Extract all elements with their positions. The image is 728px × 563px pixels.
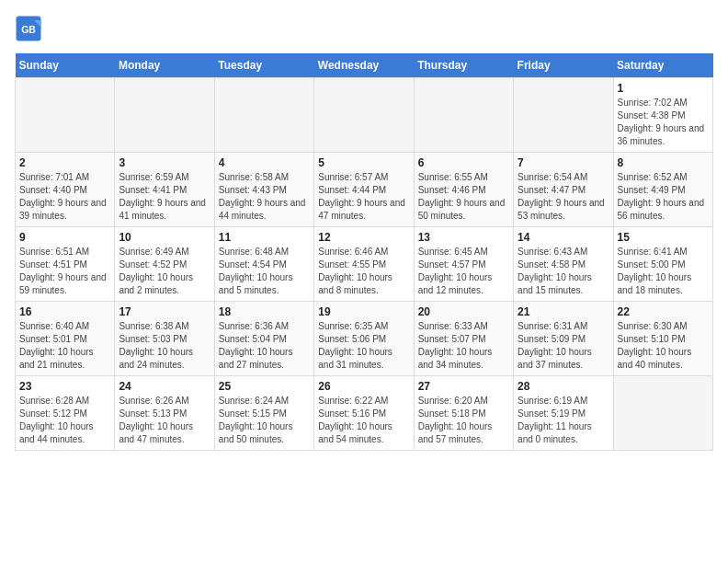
day-info: Sunrise: 6:41 AM Sunset: 5:00 PM Dayligh… (618, 246, 709, 297)
day-info: Sunrise: 6:51 AM Sunset: 4:51 PM Dayligh… (19, 246, 110, 297)
day-number: 24 (119, 380, 210, 393)
calendar-cell (613, 376, 712, 451)
calendar-week-row: 9Sunrise: 6:51 AM Sunset: 4:51 PM Daylig… (16, 227, 713, 302)
calendar-cell (514, 78, 613, 153)
calendar-cell (214, 78, 313, 153)
day-info: Sunrise: 6:59 AM Sunset: 4:41 PM Dayligh… (119, 171, 210, 223)
day-number: 6 (418, 156, 509, 169)
day-info: Sunrise: 6:58 AM Sunset: 4:43 PM Dayligh… (219, 171, 310, 223)
day-number: 13 (418, 231, 509, 244)
day-info: Sunrise: 6:20 AM Sunset: 5:18 PM Dayligh… (418, 395, 509, 446)
calendar-cell (115, 78, 214, 153)
day-number: 18 (219, 305, 310, 318)
calendar-cell: 26Sunrise: 6:22 AM Sunset: 5:16 PM Dayli… (314, 376, 414, 451)
day-number: 21 (518, 305, 609, 318)
calendar-cell: 11Sunrise: 6:48 AM Sunset: 4:54 PM Dayli… (214, 227, 313, 302)
day-info: Sunrise: 6:43 AM Sunset: 4:58 PM Dayligh… (518, 246, 609, 297)
day-number: 15 (618, 231, 709, 244)
day-info: Sunrise: 7:01 AM Sunset: 4:40 PM Dayligh… (19, 171, 110, 223)
calendar-table: SundayMondayTuesdayWednesdayThursdayFrid… (15, 53, 713, 451)
day-info: Sunrise: 6:45 AM Sunset: 4:57 PM Dayligh… (418, 246, 509, 297)
calendar-cell: 12Sunrise: 6:46 AM Sunset: 4:55 PM Dayli… (314, 227, 414, 302)
calendar-cell: 6Sunrise: 6:55 AM Sunset: 4:46 PM Daylig… (414, 153, 513, 227)
day-info: Sunrise: 6:48 AM Sunset: 4:54 PM Dayligh… (219, 246, 310, 297)
calendar-cell: 10Sunrise: 6:49 AM Sunset: 4:52 PM Dayli… (115, 227, 214, 302)
calendar-cell: 24Sunrise: 6:26 AM Sunset: 5:13 PM Dayli… (115, 376, 214, 451)
day-info: Sunrise: 6:26 AM Sunset: 5:13 PM Dayligh… (119, 395, 210, 446)
day-number: 5 (318, 156, 409, 169)
day-number: 16 (19, 305, 110, 318)
day-info: Sunrise: 6:57 AM Sunset: 4:44 PM Dayligh… (318, 171, 409, 223)
calendar-cell: 9Sunrise: 6:51 AM Sunset: 4:51 PM Daylig… (16, 227, 115, 302)
calendar-cell: 20Sunrise: 6:33 AM Sunset: 5:07 PM Dayli… (414, 302, 513, 376)
weekday-label: Thursday (414, 53, 513, 78)
day-number: 4 (219, 156, 310, 169)
day-info: Sunrise: 6:49 AM Sunset: 4:52 PM Dayligh… (119, 246, 210, 297)
calendar-cell (314, 78, 414, 153)
day-number: 25 (219, 380, 310, 393)
logo-icon: GB (15, 15, 42, 42)
weekday-header-row: SundayMondayTuesdayWednesdayThursdayFrid… (16, 53, 713, 78)
day-info: Sunrise: 6:24 AM Sunset: 5:15 PM Dayligh… (219, 395, 310, 446)
weekday-label: Saturday (613, 53, 712, 78)
day-number: 8 (618, 156, 709, 169)
day-info: Sunrise: 6:35 AM Sunset: 5:06 PM Dayligh… (318, 320, 409, 372)
day-number: 2 (19, 156, 110, 169)
calendar-cell: 23Sunrise: 6:28 AM Sunset: 5:12 PM Dayli… (16, 376, 115, 451)
page-header: GB (15, 15, 713, 42)
calendar-week-row: 1Sunrise: 7:02 AM Sunset: 4:38 PM Daylig… (16, 78, 713, 153)
day-info: Sunrise: 6:36 AM Sunset: 5:04 PM Dayligh… (219, 320, 310, 372)
calendar-cell: 16Sunrise: 6:40 AM Sunset: 5:01 PM Dayli… (16, 302, 115, 376)
calendar-cell: 18Sunrise: 6:36 AM Sunset: 5:04 PM Dayli… (214, 302, 313, 376)
day-number: 26 (318, 380, 409, 393)
day-info: Sunrise: 6:31 AM Sunset: 5:09 PM Dayligh… (518, 320, 609, 372)
day-number: 3 (119, 156, 210, 169)
day-number: 11 (219, 231, 310, 244)
calendar-cell: 17Sunrise: 6:38 AM Sunset: 5:03 PM Dayli… (115, 302, 214, 376)
day-number: 20 (418, 305, 509, 318)
calendar-cell: 19Sunrise: 6:35 AM Sunset: 5:06 PM Dayli… (314, 302, 414, 376)
weekday-label: Friday (514, 53, 613, 78)
day-number: 19 (318, 305, 409, 318)
day-info: Sunrise: 6:28 AM Sunset: 5:12 PM Dayligh… (19, 395, 110, 446)
day-number: 27 (418, 380, 509, 393)
calendar-cell: 15Sunrise: 6:41 AM Sunset: 5:00 PM Dayli… (613, 227, 712, 302)
calendar-cell: 8Sunrise: 6:52 AM Sunset: 4:49 PM Daylig… (613, 153, 712, 227)
calendar-week-row: 16Sunrise: 6:40 AM Sunset: 5:01 PM Dayli… (16, 302, 713, 376)
calendar-cell: 2Sunrise: 7:01 AM Sunset: 4:40 PM Daylig… (16, 153, 115, 227)
calendar-cell: 1Sunrise: 7:02 AM Sunset: 4:38 PM Daylig… (613, 78, 712, 153)
calendar-cell: 3Sunrise: 6:59 AM Sunset: 4:41 PM Daylig… (115, 153, 214, 227)
calendar-week-row: 23Sunrise: 6:28 AM Sunset: 5:12 PM Dayli… (16, 376, 713, 451)
day-info: Sunrise: 6:33 AM Sunset: 5:07 PM Dayligh… (418, 320, 509, 372)
calendar-cell: 25Sunrise: 6:24 AM Sunset: 5:15 PM Dayli… (214, 376, 313, 451)
day-number: 23 (19, 380, 110, 393)
day-number: 1 (618, 82, 709, 95)
day-number: 7 (518, 156, 609, 169)
weekday-label: Tuesday (214, 53, 313, 78)
day-info: Sunrise: 6:55 AM Sunset: 4:46 PM Dayligh… (418, 171, 509, 223)
day-number: 22 (618, 305, 709, 318)
calendar-cell: 5Sunrise: 6:57 AM Sunset: 4:44 PM Daylig… (314, 153, 414, 227)
day-info: Sunrise: 6:52 AM Sunset: 4:49 PM Dayligh… (618, 171, 709, 223)
day-number: 17 (119, 305, 210, 318)
calendar-cell: 14Sunrise: 6:43 AM Sunset: 4:58 PM Dayli… (514, 227, 613, 302)
day-number: 9 (19, 231, 110, 244)
calendar-cell: 21Sunrise: 6:31 AM Sunset: 5:09 PM Dayli… (514, 302, 613, 376)
calendar-cell: 28Sunrise: 6:19 AM Sunset: 5:19 PM Dayli… (514, 376, 613, 451)
calendar-body: 1Sunrise: 7:02 AM Sunset: 4:38 PM Daylig… (16, 78, 713, 451)
day-info: Sunrise: 6:40 AM Sunset: 5:01 PM Dayligh… (19, 320, 110, 372)
day-number: 28 (518, 380, 609, 393)
calendar-cell: 22Sunrise: 6:30 AM Sunset: 5:10 PM Dayli… (613, 302, 712, 376)
calendar-cell: 27Sunrise: 6:20 AM Sunset: 5:18 PM Dayli… (414, 376, 513, 451)
day-info: Sunrise: 6:46 AM Sunset: 4:55 PM Dayligh… (318, 246, 409, 297)
calendar-cell: 13Sunrise: 6:45 AM Sunset: 4:57 PM Dayli… (414, 227, 513, 302)
day-info: Sunrise: 6:38 AM Sunset: 5:03 PM Dayligh… (119, 320, 210, 372)
calendar-cell (414, 78, 513, 153)
calendar-week-row: 2Sunrise: 7:01 AM Sunset: 4:40 PM Daylig… (16, 153, 713, 227)
calendar-cell: 4Sunrise: 6:58 AM Sunset: 4:43 PM Daylig… (214, 153, 313, 227)
weekday-label: Sunday (16, 53, 115, 78)
day-info: Sunrise: 6:19 AM Sunset: 5:19 PM Dayligh… (518, 395, 609, 446)
svg-text:GB: GB (21, 24, 36, 35)
weekday-label: Wednesday (314, 53, 414, 78)
day-info: Sunrise: 6:30 AM Sunset: 5:10 PM Dayligh… (618, 320, 709, 372)
